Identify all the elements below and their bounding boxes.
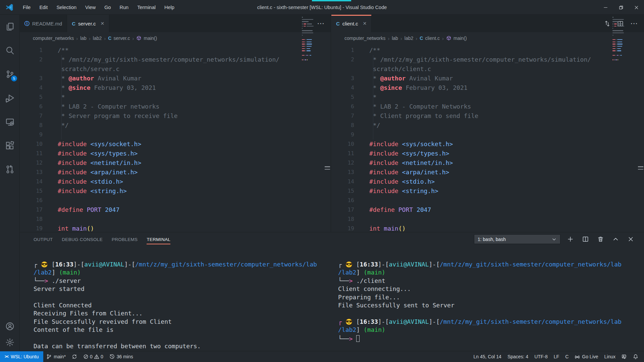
status-go-live[interactable]: Go Live: [572, 351, 601, 362]
activity-run-debug[interactable]: [0, 86, 20, 110]
menu-item-selection[interactable]: Selection: [52, 0, 81, 15]
breadcrumb-item[interactable]: ›main(): [130, 36, 157, 41]
minimap-line: [302, 42, 315, 43]
terminal-picker-dropdown[interactable]: 1: bash, bash: [474, 234, 560, 244]
close-panel-icon[interactable]: [626, 234, 635, 244]
terminal-line: File Successfully reveived from Client: [34, 318, 334, 326]
close-icon[interactable]: ✕: [101, 21, 105, 26]
maximize-panel-icon[interactable]: [611, 234, 620, 244]
breadcrumb-item[interactable]: ›lab2: [398, 36, 413, 41]
close-button[interactable]: [629, 0, 644, 15]
activity-github-pull-requests[interactable]: [0, 158, 20, 181]
code-line: 18: [331, 215, 644, 224]
code-line-text: #define PORT 2047: [369, 205, 431, 215]
menu-item-edit[interactable]: Edit: [35, 0, 52, 15]
status-spaces-4[interactable]: Spaces: 4: [504, 351, 531, 362]
breadcrumb-item[interactable]: ›Cclient.c: [413, 36, 440, 41]
status-bell[interactable]: [630, 351, 641, 362]
status-label: WSL: Ubuntu: [11, 354, 39, 359]
panel-tab-terminal[interactable]: TERMINAL: [147, 236, 170, 244]
terminal-right[interactable]: ┌ 😎 [16:33]-[avii@AVINAL]-[/mnt/z/my_git…: [338, 260, 640, 343]
status-utf-8[interactable]: UTF-8: [531, 351, 551, 362]
minimize-button[interactable]: [598, 0, 613, 15]
activity-accounts[interactable]: [0, 318, 20, 334]
code-editor[interactable]: 1/**2 * /mnt/z/my_git/sixth-semester/com…: [20, 46, 331, 232]
activity-search[interactable]: [0, 39, 20, 62]
close-icon[interactable]: ✕: [363, 21, 367, 26]
tab-README.md[interactable]: ⓘREADME.md: [20, 15, 67, 32]
terminal-cursor: [356, 335, 360, 342]
breadcrumb-item[interactable]: computer_networks: [344, 36, 385, 41]
terminal-left[interactable]: ┌ 😎 [16:33]-[avii@AVINAL]-[/mnt/z/my_git…: [34, 260, 334, 350]
line-number: 11: [20, 149, 43, 158]
status-ln-45-col-14[interactable]: Ln 45, Col 14: [471, 351, 504, 362]
panel-tab-debug-console[interactable]: DEBUG CONSOLE: [62, 236, 103, 242]
code-line: 2 * /mnt/z/my_git/sixth-semester/compute…: [331, 55, 644, 64]
minimap-line: [302, 30, 315, 31]
minimap[interactable]: [302, 17, 315, 62]
code-line: 19int main(): [331, 224, 644, 232]
breadcrumb-item[interactable]: ›lab: [74, 36, 87, 41]
status-label: 36 mins: [117, 354, 133, 359]
status-label: Go Live: [582, 354, 598, 359]
compare-action[interactable]: [604, 20, 610, 27]
activity-explorer[interactable]: [0, 15, 20, 39]
menu-item-terminal[interactable]: Terminal: [133, 0, 160, 15]
minimap-line: [612, 33, 626, 34]
code-line-text: * LAB 2 - Computer Networks: [369, 102, 471, 111]
menu-item-run[interactable]: Run: [115, 0, 133, 15]
breadcrumb-item[interactable]: ›lab2: [87, 36, 102, 41]
status-c[interactable]: C: [562, 351, 572, 362]
line-number: 8: [20, 121, 43, 130]
activity-remote-explorer[interactable]: [0, 110, 20, 134]
status-wsl-ubuntu[interactable]: ><WSL: Ubuntu: [0, 351, 43, 362]
kill-terminal-icon[interactable]: [596, 234, 605, 244]
minimap-line: [302, 17, 315, 18]
menu-item-help[interactable]: Help: [160, 0, 179, 15]
status-lf[interactable]: LF: [551, 351, 562, 362]
tab-server.c[interactable]: Cserver.c✕: [67, 15, 109, 32]
new-terminal-icon[interactable]: [566, 234, 575, 244]
minimap-line: [612, 37, 626, 38]
status-feedback[interactable]: [619, 351, 630, 362]
code-editor[interactable]: 1/**2 * /mnt/z/my_git/sixth-semester/com…: [331, 46, 644, 232]
activity-settings[interactable]: [0, 334, 20, 350]
code-line: 16: [20, 196, 331, 205]
restore-button[interactable]: [613, 0, 629, 15]
status-36-mins[interactable]: 36 mins: [106, 351, 136, 362]
more-action[interactable]: ⋯: [317, 19, 325, 28]
terminal-line: /lab2] (main): [338, 326, 640, 334]
breadcrumb-label: lab2: [405, 36, 413, 41]
minimap[interactable]: [612, 17, 626, 62]
breadcrumb-item[interactable]: ›main(): [440, 36, 467, 41]
code-line-text: * @since February 03, 2021: [58, 83, 156, 93]
breadcrumb-item[interactable]: ›Cserver.c: [102, 36, 130, 41]
more-action[interactable]: ⋯: [630, 19, 638, 28]
panel-tab-output[interactable]: OUTPUT: [34, 236, 53, 242]
terminal-line: Preparing file...: [338, 293, 640, 301]
code-line: 14#include <stdio.h>: [331, 177, 644, 186]
status-0[interactable]: 00: [80, 351, 106, 362]
menu-item-go[interactable]: Go: [100, 0, 115, 15]
status-label: 0: [90, 354, 93, 359]
activity-extensions[interactable]: [0, 134, 20, 158]
breadcrumb-item[interactable]: computer_networks: [33, 36, 74, 41]
status-main-[interactable]: main*: [43, 351, 69, 362]
code-line: scratch/client.c: [331, 64, 644, 74]
line-number: 6: [20, 102, 43, 111]
c-icon: C: [336, 21, 340, 26]
line-number: 3: [20, 74, 43, 83]
panel-tab-problems[interactable]: PROBLEMS: [112, 236, 138, 242]
breadcrumb-item[interactable]: ›lab: [385, 36, 398, 41]
terminal-line: [34, 293, 334, 301]
menu-item-view[interactable]: View: [81, 0, 100, 15]
history-icon: [109, 354, 115, 359]
status-sync[interactable]: [69, 351, 80, 362]
split-terminal-icon[interactable]: [581, 234, 590, 244]
menu-item-file[interactable]: File: [18, 0, 35, 15]
breadcrumb-label: lab2: [93, 36, 102, 41]
tab-client.c[interactable]: Cclient.c✕: [331, 15, 372, 32]
window-controls: [598, 0, 644, 15]
status-linux[interactable]: Linux: [601, 351, 619, 362]
activity-source-control[interactable]: 5: [0, 62, 20, 86]
